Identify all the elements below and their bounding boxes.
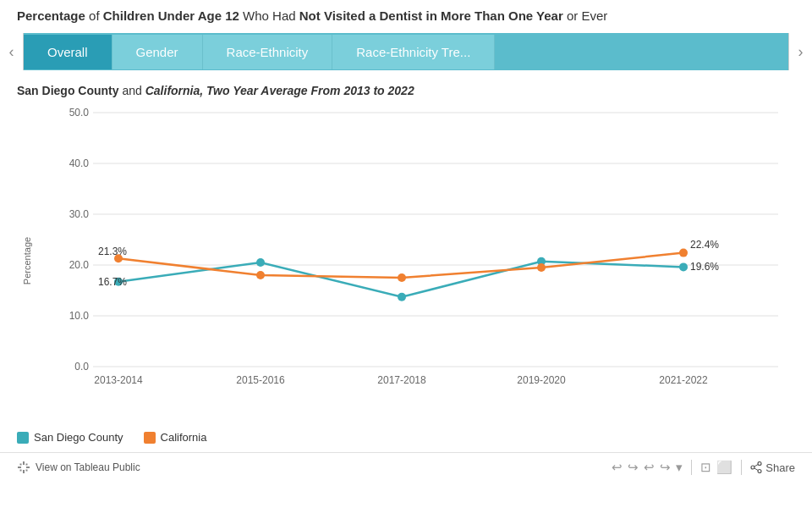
footer-divider bbox=[691, 460, 692, 475]
svg-rect-31 bbox=[23, 461, 25, 465]
svg-text:16.7%: 16.7% bbox=[98, 276, 127, 288]
svg-rect-32 bbox=[23, 470, 25, 473]
chart-wrapper: Percentage 50.0 40.0 30.0 20.0 10.0 0.0 … bbox=[17, 104, 795, 417]
chart-subtitle: San Diego County and California, Two Yea… bbox=[17, 84, 795, 97]
svg-point-39 bbox=[758, 462, 761, 466]
svg-rect-38 bbox=[20, 470, 22, 472]
svg-text:2019-2020: 2019-2020 bbox=[517, 374, 566, 386]
svg-point-28 bbox=[679, 249, 688, 257]
svg-point-25 bbox=[256, 271, 265, 279]
tab-arrow-left[interactable]: ‹ bbox=[0, 33, 24, 70]
svg-text:40.0: 40.0 bbox=[69, 157, 90, 169]
svg-rect-36 bbox=[26, 470, 28, 472]
svg-point-19 bbox=[398, 293, 406, 301]
subtitle-california: California, Two Year Average From 2013 t… bbox=[145, 84, 414, 97]
tab-gender[interactable]: Gender bbox=[112, 35, 203, 69]
svg-text:22.4%: 22.4% bbox=[690, 239, 719, 251]
svg-point-40 bbox=[751, 466, 754, 469]
svg-line-43 bbox=[754, 468, 758, 471]
title-bold-5: Not Visited a Dentist in More Than One Y… bbox=[299, 8, 563, 23]
svg-text:2015-2016: 2015-2016 bbox=[236, 374, 285, 386]
svg-line-42 bbox=[754, 465, 758, 467]
title-bold-3: Children Under Age 12 bbox=[103, 8, 239, 23]
svg-text:2013-2014: 2013-2014 bbox=[94, 374, 143, 386]
svg-text:50.0: 50.0 bbox=[69, 107, 90, 119]
legend-item-san-diego: San Diego County bbox=[17, 431, 123, 444]
svg-text:19.6%: 19.6% bbox=[690, 261, 719, 273]
tab-race-ethnicity-trend[interactable]: Race-Ethnicity Tre... bbox=[332, 35, 495, 69]
forward-icon[interactable]: ↪ bbox=[660, 460, 671, 475]
svg-point-21 bbox=[679, 262, 688, 271]
share-button[interactable]: Share bbox=[750, 461, 795, 474]
tableau-icon bbox=[17, 461, 30, 474]
title-text-4: Who Had bbox=[243, 8, 299, 23]
share-label: Share bbox=[765, 461, 795, 474]
svg-point-18 bbox=[256, 258, 265, 267]
title-text-6: or Ever bbox=[567, 8, 607, 23]
download-icon[interactable]: ⬜ bbox=[716, 460, 732, 475]
chart-svg: 50.0 40.0 30.0 20.0 10.0 0.0 2013-2014 2… bbox=[51, 104, 791, 392]
subtitle-connector: and bbox=[122, 84, 145, 97]
tab-overall[interactable]: Overall bbox=[24, 35, 112, 69]
footer-bar: View on Tableau Public ↩ ↪ ↩ ↪ ▾ ⊡ ⬜ Sha… bbox=[0, 452, 812, 482]
svg-text:2021-2022: 2021-2022 bbox=[659, 374, 708, 386]
controls-dropdown-icon[interactable]: ▾ bbox=[676, 460, 683, 475]
svg-rect-37 bbox=[26, 464, 28, 466]
svg-point-27 bbox=[537, 263, 546, 272]
svg-rect-33 bbox=[18, 467, 21, 468]
back-icon[interactable]: ↩ bbox=[644, 460, 655, 475]
legend-color-california bbox=[144, 432, 156, 444]
share-icon bbox=[750, 461, 762, 473]
tableau-link-label: View on Tableau Public bbox=[36, 461, 140, 473]
subtitle-san-diego: San Diego County bbox=[17, 84, 119, 97]
legend-label-california: California bbox=[161, 431, 207, 444]
undo-icon[interactable]: ↩ bbox=[612, 460, 623, 475]
legend-color-san-diego bbox=[17, 432, 29, 444]
tableau-link[interactable]: View on Tableau Public bbox=[17, 461, 140, 474]
svg-text:30.0: 30.0 bbox=[69, 208, 90, 220]
view-icon[interactable]: ⊡ bbox=[700, 460, 711, 475]
legend-item-california: California bbox=[144, 431, 207, 444]
svg-rect-34 bbox=[26, 467, 30, 468]
legend-label-san-diego: San Diego County bbox=[34, 431, 123, 444]
legend: San Diego County California bbox=[0, 426, 812, 449]
y-axis-label: Percentage bbox=[22, 237, 32, 284]
title-text-2: of bbox=[89, 8, 100, 23]
tabs-row: ‹ Overall Gender Race-Ethnicity Race-Eth… bbox=[0, 33, 812, 70]
svg-text:0.0: 0.0 bbox=[74, 361, 89, 373]
page-title: Percentage of Children Under Age 12 Who … bbox=[0, 0, 812, 33]
tab-arrow-right[interactable]: › bbox=[788, 33, 812, 70]
footer-divider-2 bbox=[741, 460, 742, 475]
svg-text:20.0: 20.0 bbox=[69, 259, 90, 271]
redo-icon[interactable]: ↪ bbox=[628, 460, 639, 475]
svg-point-41 bbox=[758, 470, 761, 473]
title-bold-1: Percentage bbox=[17, 8, 85, 23]
svg-text:21.3%: 21.3% bbox=[98, 246, 127, 257]
chart-area: San Diego County and California, Two Yea… bbox=[0, 70, 812, 426]
svg-text:10.0: 10.0 bbox=[69, 310, 90, 322]
tabs-container: Overall Gender Race-Ethnicity Race-Ethni… bbox=[24, 35, 788, 69]
svg-text:2017-2018: 2017-2018 bbox=[377, 374, 426, 386]
svg-point-26 bbox=[398, 273, 406, 282]
footer-controls: ↩ ↪ ↩ ↪ ▾ ⊡ ⬜ Share bbox=[612, 460, 795, 475]
svg-rect-35 bbox=[20, 464, 22, 466]
tab-race-ethnicity[interactable]: Race-Ethnicity bbox=[203, 35, 333, 69]
